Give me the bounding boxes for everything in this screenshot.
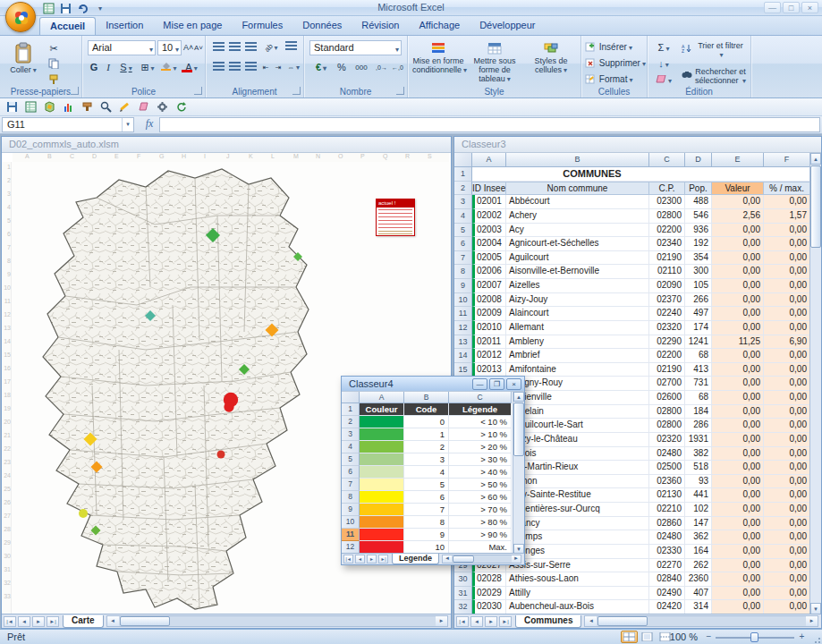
cell[interactable]: 02110 xyxy=(649,265,685,279)
column-header-f[interactable]: F xyxy=(764,153,810,167)
cell[interactable]: 0,00 xyxy=(712,251,764,266)
cell[interactable]: 0,00 xyxy=(764,447,810,462)
legend-code-cell[interactable]: 9 xyxy=(404,529,449,541)
cell[interactable]: 0,00 xyxy=(712,237,764,251)
tab-nav-prev-icon[interactable] xyxy=(470,616,483,627)
legend-code-cell[interactable]: 5 xyxy=(404,479,449,491)
align-left-icon[interactable] xyxy=(211,60,225,74)
legend-color-swatch[interactable] xyxy=(360,541,404,554)
legend-code-cell[interactable]: 2 xyxy=(404,441,449,453)
zoom-out-icon[interactable]: − xyxy=(703,631,715,643)
cell[interactable]: 0,00 xyxy=(764,419,810,433)
cell[interactable]: Amifontaine xyxy=(506,363,649,377)
view-normal-icon[interactable] xyxy=(621,631,638,643)
legend-color-swatch[interactable] xyxy=(360,428,404,441)
tab-nav-last-icon[interactable] xyxy=(378,555,388,564)
cell[interactable]: 407 xyxy=(685,587,712,601)
cell[interactable]: 184 xyxy=(685,405,712,419)
cell[interactable]: 0,00 xyxy=(764,559,810,573)
cell[interactable]: 02010 xyxy=(472,321,506,335)
cell[interactable]: 0,00 xyxy=(764,321,810,335)
legend-color-swatch[interactable] xyxy=(360,516,404,529)
cell[interactable]: 0,00 xyxy=(764,475,810,489)
legend-color-swatch[interactable] xyxy=(360,453,404,466)
cell[interactable]: 0,00 xyxy=(712,405,764,419)
decrease-indent-icon[interactable]: ⇤ xyxy=(259,60,272,74)
cell[interactable]: 0,00 xyxy=(764,377,810,391)
ribbon-tab-accueil[interactable]: Accueil xyxy=(39,17,96,35)
cell[interactable]: 192 xyxy=(685,237,712,251)
scroll-thumb[interactable] xyxy=(597,616,648,626)
cell[interactable]: 02270 xyxy=(649,559,685,573)
row-header[interactable]: 11 xyxy=(342,529,360,541)
ribbon-tab-développeur[interactable]: Développeur xyxy=(470,17,545,35)
legend-code-cell[interactable]: 10 xyxy=(404,541,449,554)
percent-icon[interactable]: % xyxy=(335,60,349,74)
legend-code-cell[interactable]: 3 xyxy=(404,453,449,466)
insert-cells-button[interactable]: Insérer xyxy=(585,40,644,55)
scroll-right-icon[interactable]: ► xyxy=(512,555,521,563)
cell[interactable]: 02480 xyxy=(649,530,685,545)
cell[interactable]: Arrancy xyxy=(506,517,649,531)
classeur4-horizontal-scrollbar[interactable]: ◄ ► xyxy=(442,555,521,564)
cell[interactable]: 02200 xyxy=(649,349,685,363)
cell[interactable]: 0,00 xyxy=(764,195,810,209)
cell[interactable]: 518 xyxy=(685,461,712,475)
cell[interactable]: 02490 xyxy=(649,587,685,601)
cut-icon[interactable]: ✂ xyxy=(45,41,63,55)
workbook-icon[interactable] xyxy=(41,2,55,14)
cell[interactable]: Anizy-le-Château xyxy=(506,433,649,447)
cell[interactable]: 93 xyxy=(685,475,712,489)
cell[interactable]: 02860 xyxy=(649,517,685,531)
cell[interactable]: Allemant xyxy=(506,321,649,335)
cell[interactable]: 2360 xyxy=(685,572,712,587)
cell[interactable]: 0,00 xyxy=(712,321,764,335)
column-header-b[interactable]: B xyxy=(404,392,449,403)
map-alert-note[interactable]: actuel ! xyxy=(376,199,415,236)
cell[interactable]: 0,00 xyxy=(712,545,764,559)
row-header[interactable]: 8 xyxy=(454,265,472,279)
cell[interactable]: 02003 xyxy=(472,224,506,238)
cell[interactable]: 0,00 xyxy=(764,293,810,308)
toolbar-chart-icon[interactable] xyxy=(60,100,76,114)
row-header[interactable]: 14 xyxy=(454,349,472,363)
cell[interactable]: 2,56 xyxy=(712,209,764,224)
close-icon[interactable]: × xyxy=(506,378,521,390)
cell[interactable]: 02300 xyxy=(649,195,685,209)
autosum-button[interactable]: Σ xyxy=(651,40,676,55)
cell[interactable]: 0,00 xyxy=(712,363,764,377)
cell[interactable]: 0,00 xyxy=(712,475,764,489)
legend-label-cell[interactable]: > 40 % xyxy=(449,466,512,479)
map-marker[interactable] xyxy=(79,509,88,518)
align-bottom-icon[interactable] xyxy=(243,40,258,55)
legend-label-cell[interactable]: > 70 % xyxy=(449,504,512,516)
cell[interactable]: 1,57 xyxy=(764,209,810,224)
cell[interactable]: 6,90 xyxy=(764,335,810,350)
cell[interactable]: Aizelles xyxy=(506,279,649,293)
scroll-thumb[interactable] xyxy=(120,616,170,626)
cell[interactable]: 105 xyxy=(685,279,712,293)
cell[interactable]: 362 xyxy=(685,530,712,545)
scroll-thumb[interactable] xyxy=(513,402,524,456)
minimize-icon[interactable]: — xyxy=(472,378,487,390)
legend-label-cell[interactable]: < 10 % xyxy=(449,416,512,428)
cell[interactable]: Attilly xyxy=(506,587,649,601)
row-header[interactable]: 4 xyxy=(454,209,472,224)
cell[interactable]: 02600 xyxy=(649,391,685,405)
formula-input[interactable] xyxy=(159,117,820,132)
cell[interactable]: 413 xyxy=(685,363,712,377)
cell[interactable]: 0,00 xyxy=(712,419,764,433)
legend-color-swatch[interactable] xyxy=(360,466,404,479)
row-header[interactable]: 6 xyxy=(454,237,472,251)
cell[interactable]: 68 xyxy=(685,349,712,363)
zoom-in-icon[interactable]: + xyxy=(796,631,808,643)
conditional-formatting-button[interactable]: Mise en forme conditionnelle xyxy=(411,39,465,86)
cell[interactable]: 164 xyxy=(685,545,712,559)
tab-nav-prev-icon[interactable] xyxy=(355,555,365,564)
column-header-c[interactable]: C xyxy=(449,392,512,403)
cell[interactable]: 02800 xyxy=(649,419,685,433)
grow-font-icon[interactable]: A˄ xyxy=(182,40,193,55)
decrease-decimal-icon[interactable]: ←,0 xyxy=(390,60,405,74)
cell[interactable]: 0,00 xyxy=(712,559,764,573)
thousands-icon[interactable]: 000 xyxy=(351,60,372,74)
